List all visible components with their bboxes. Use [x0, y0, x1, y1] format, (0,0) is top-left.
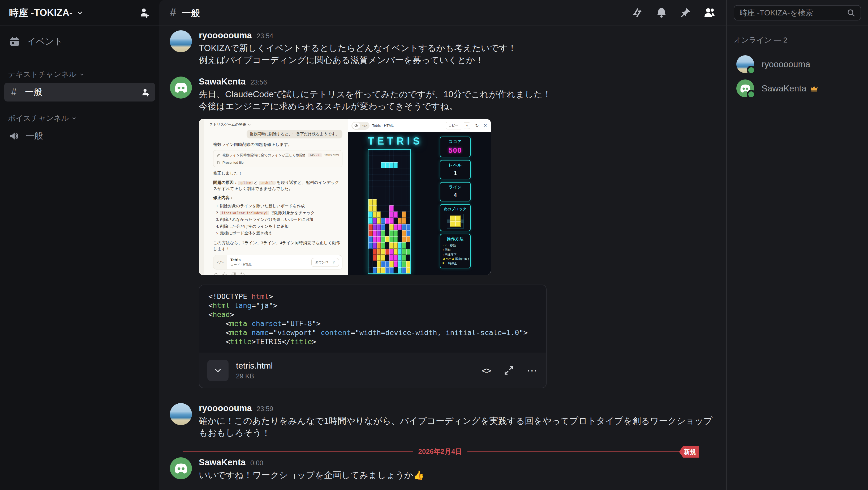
calendar-icon — [9, 36, 20, 47]
message-text: TOKIZAで新しくイベントするとしたらどんなイベントするかも考えたいです！ 例… — [199, 42, 517, 66]
member-name: SawaKenta — [762, 83, 806, 93]
channel-sidebar: 時座 -TOKIZA- イベント テキストチャンネル — [0, 0, 159, 490]
code-content: <!DOCTYPE html><html lang="ja"><head> <m… — [199, 285, 546, 353]
message-author[interactable]: ryooooouma — [199, 30, 252, 40]
channel-label: 一般 — [26, 130, 43, 142]
message-timestamp: 23:56 — [250, 78, 267, 86]
message: ryooooouma 23:54 TOKIZAで新しくイベントするとしたらどんな… — [170, 30, 713, 66]
expand-icon[interactable] — [504, 365, 514, 375]
message-list: ryooooouma 23:54 TOKIZAで新しくイベントするとしたらどんな… — [159, 26, 726, 490]
more-options-icon[interactable]: ⋯ — [527, 364, 538, 377]
server-name-label: 時座 -TOKIZA- — [9, 6, 72, 20]
message-timestamp: 23:54 — [257, 32, 273, 40]
search-box[interactable] — [734, 5, 861, 21]
threads-icon[interactable] — [632, 7, 644, 19]
file-size: 29 KB — [236, 372, 474, 380]
claude-intro: 複数ライン同時削除の問題を修正します。 — [213, 141, 342, 147]
member-list: オンライン — 2 ryooooouma — [727, 26, 868, 110]
view-code-icon[interactable]: <> — [482, 365, 491, 376]
category-text-channels[interactable]: テキストチャンネル — [4, 64, 155, 83]
new-badge: 新規 — [679, 446, 699, 458]
member-name: ryooooouma — [762, 59, 810, 69]
search-header — [727, 0, 868, 26]
avatar[interactable] — [170, 457, 192, 479]
category-voice-channels[interactable]: ボイスチャンネル — [4, 108, 155, 126]
hash-icon: # — [9, 87, 19, 98]
server-owner-crown-icon — [810, 85, 818, 92]
channel-general-text[interactable]: # 一般 — [4, 83, 155, 102]
channel-header: # 一般 — [159, 0, 726, 26]
discord-app: 時座 -TOKIZA- イベント テキストチャンネル — [0, 0, 868, 490]
chevron-down-icon — [77, 9, 83, 16]
thumbs-down-icon — [231, 272, 236, 275]
claude-conversation-title: テトリスゲームの開発 — [210, 122, 342, 127]
member-row[interactable]: SawaKenta — [734, 76, 861, 100]
artifact-header: </> Tetris · HTML コピー ∨ ↻ ✕ — [348, 119, 491, 132]
chevron-down-icon — [72, 116, 76, 120]
claude-edit-card: 複数ライン同時削除時に全てのラインが正しく削除されるよう修正 +45 -38 t… — [213, 150, 342, 167]
claude-user-bubble: 複数同時に削除すると、一番下だけ残るようです。 — [247, 130, 342, 139]
message: ryooooouma 23:59 確かに！このあたりをみんなで1時間やりながら、… — [170, 403, 713, 439]
file-attachment-footer: tetris.html 29 KB <> ⋯ — [199, 353, 546, 388]
search-icon — [847, 8, 855, 17]
online-heading: オンライン — 2 — [734, 35, 861, 45]
claude-conclusion: この方法なら、2ライン、3ライン、4ライン同時消去でも正しく動作します！ — [213, 240, 342, 252]
new-messages-divider: 2026年2月4日 新規 — [183, 452, 698, 452]
message-author[interactable]: SawaKenta — [199, 457, 246, 467]
pinned-messages-icon[interactable] — [680, 7, 691, 19]
code-file-icon: </> — [213, 255, 227, 269]
tetris-controls-list: ←/→ 移動↑ 回転↓ 高速落下スペース 即座に落下P 一時停止 — [442, 243, 470, 266]
claude-artifact-card: </> Tetris コード · HTML ダウンロード — [213, 255, 342, 269]
claude-fixed: 修正しました！ — [213, 170, 342, 176]
file-icon — [217, 161, 220, 164]
invite-to-channel-icon[interactable] — [141, 87, 150, 97]
file-attachment-card: <!DOCTYPE html><html lang="ja"><head> <m… — [199, 285, 547, 388]
channel-nav: イベント テキストチャンネル # 一般 ボイスチャンネル — [0, 26, 159, 151]
claude-message-actions — [213, 272, 342, 275]
avatar[interactable] — [170, 403, 192, 425]
retry-icon — [240, 272, 245, 275]
channel-name: 一般 — [182, 7, 200, 20]
server-header[interactable]: 時座 -TOKIZA- — [0, 0, 159, 26]
thumbs-up-icon — [222, 272, 227, 275]
server-name[interactable]: 時座 -TOKIZA- — [9, 6, 83, 20]
message-text: 先日、ClaudeCodeで試しにテトリスを作ってみたのですが、10分でこれが作… — [199, 88, 551, 112]
copy-dropdown-chevron: ∨ — [464, 122, 470, 129]
close-icon: ✕ — [484, 123, 487, 128]
channel-general-voice[interactable]: 一般 — [4, 126, 155, 145]
member-row[interactable]: ryooooouma — [734, 52, 861, 76]
invite-people-icon[interactable] — [138, 7, 150, 19]
notifications-bell-icon[interactable] — [656, 7, 667, 19]
lines-box: ライン 4 — [440, 182, 471, 201]
message-timestamp: 0:00 — [250, 459, 263, 467]
hash-icon: # — [170, 6, 176, 19]
pencil-icon — [217, 153, 220, 157]
search-input[interactable] — [740, 8, 843, 17]
next-block-preview — [447, 214, 464, 229]
chat-column: # 一般 — [159, 0, 726, 490]
collapse-preview-button[interactable] — [207, 360, 228, 381]
controls-box: 操作方法 ←/→ 移動↑ 回転↓ 高速落下スペース 即座に落下P 一時停止 — [440, 234, 471, 268]
file-name[interactable]: tetris.html — [236, 361, 474, 371]
avatar[interactable] — [170, 77, 192, 98]
score-value: 500 — [448, 146, 462, 155]
copy-button: コピー — [446, 122, 461, 129]
eye-icon — [352, 122, 360, 129]
avatar[interactable] — [170, 30, 192, 52]
artifact-title: Tetris · HTML — [372, 123, 394, 127]
sidebar-item-label: イベント — [27, 36, 63, 48]
message-text: 確かに！このあたりをみんなで1時間やりながら、バイブコーディングを実践する回をや… — [199, 415, 713, 439]
download-button: ダウンロード — [311, 258, 339, 267]
message-timestamp: 23:59 — [257, 405, 273, 413]
sidebar-item-events[interactable]: イベント — [4, 32, 155, 51]
message-author[interactable]: SawaKenta — [199, 77, 246, 87]
preview-code-toggle: </> — [351, 122, 370, 130]
code-icon: </> — [361, 122, 369, 129]
claude-changes-heading: 修正内容： — [213, 195, 342, 201]
tetris-title: TETRIS — [368, 136, 423, 147]
member-list-icon[interactable] — [704, 7, 716, 19]
claude-cause: 問題の原因：splice と unshift を繰り返すと、配列のインデックスが… — [213, 179, 342, 192]
attachment-image-claude-tetris[interactable]: テトリスゲームの開発 複数同時に削除すると、一番下だけ残るようです。 複数ライン… — [199, 119, 491, 275]
channel-label: 一般 — [25, 86, 42, 98]
message-author[interactable]: ryooooouma — [199, 403, 252, 413]
